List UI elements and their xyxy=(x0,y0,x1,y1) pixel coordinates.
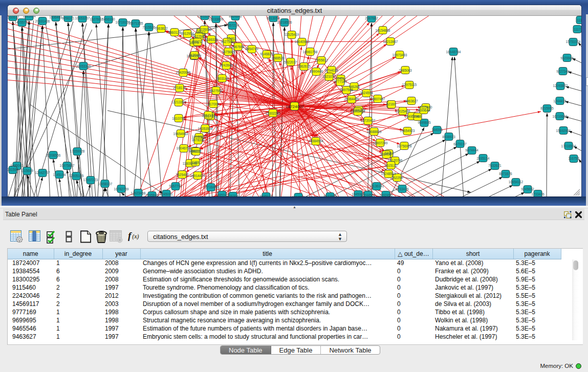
svg-text:1115689: 1115689 xyxy=(21,169,34,172)
svg-text:19218506: 19218506 xyxy=(277,20,292,24)
svg-text:1588520: 1588520 xyxy=(271,56,285,60)
svg-text:817006: 817006 xyxy=(208,102,219,106)
svg-text:6479197: 6479197 xyxy=(453,142,467,146)
svg-text:(x): (x) xyxy=(132,233,139,240)
svg-text:8990448: 8990448 xyxy=(310,70,323,73)
svg-text:3684067: 3684067 xyxy=(380,152,393,156)
svg-text:12213967: 12213967 xyxy=(383,40,398,43)
svg-text:62160: 62160 xyxy=(386,102,396,106)
svg-text:9146821: 9146821 xyxy=(260,52,273,56)
svg-text:16648784: 16648784 xyxy=(446,50,461,54)
svg-text:110046: 110046 xyxy=(189,53,200,57)
svg-text:8912954: 8912954 xyxy=(181,32,194,35)
svg-text:20364456: 20364456 xyxy=(344,97,359,101)
svg-text:776204: 776204 xyxy=(227,194,238,196)
svg-text:252254: 252254 xyxy=(391,176,403,180)
svg-text:9627506: 9627506 xyxy=(192,35,206,38)
svg-text:8664842: 8664842 xyxy=(229,16,242,18)
svg-text:12505155: 12505155 xyxy=(69,174,84,178)
svg-text:19384554: 19384554 xyxy=(309,139,323,143)
svg-text:2803144: 2803144 xyxy=(215,77,229,80)
svg-text:10756928: 10756928 xyxy=(397,144,412,148)
svg-text:8454749: 8454749 xyxy=(245,47,258,51)
svg-text:9627508: 9627508 xyxy=(221,40,234,43)
svg-text:1610755: 1610755 xyxy=(172,117,185,120)
svg-text:15248513: 15248513 xyxy=(381,172,396,176)
svg-text:9227349: 9227349 xyxy=(556,70,570,73)
svg-text:15692901: 15692901 xyxy=(556,129,571,133)
svg-text:331594: 331594 xyxy=(8,168,18,171)
svg-text:8427552: 8427552 xyxy=(209,89,223,93)
svg-text:6794028: 6794028 xyxy=(325,69,338,72)
svg-text:1164204: 1164204 xyxy=(292,195,305,196)
svg-text:9657791: 9657791 xyxy=(169,184,182,188)
svg-text:7625402: 7625402 xyxy=(176,173,189,177)
svg-text:16033809: 16033809 xyxy=(209,17,224,21)
svg-text:23226058: 23226058 xyxy=(197,28,212,31)
svg-text:18724007: 18724007 xyxy=(286,104,304,109)
svg-text:9474444: 9474444 xyxy=(465,148,478,152)
svg-text:8215955: 8215955 xyxy=(540,106,554,110)
svg-text:1117: 1117 xyxy=(574,28,581,31)
svg-text:20053346: 20053346 xyxy=(76,64,91,68)
svg-text:10973493: 10973493 xyxy=(393,53,407,57)
svg-text:16120746: 16120746 xyxy=(388,159,403,162)
svg-text:11525419: 11525419 xyxy=(285,33,299,36)
svg-text:20206556: 20206556 xyxy=(46,154,61,157)
svg-text:10958107: 10958107 xyxy=(98,182,113,186)
svg-text:15353594: 15353594 xyxy=(198,127,213,130)
svg-text:7632621: 7632621 xyxy=(488,164,502,167)
svg-text:1733426: 1733426 xyxy=(531,192,545,196)
svg-text:1536461: 1536461 xyxy=(49,16,62,19)
svg-text:19654923: 19654923 xyxy=(400,129,415,133)
svg-text:5322037: 5322037 xyxy=(284,60,297,64)
svg-text:9242848: 9242848 xyxy=(220,63,233,67)
svg-text:98222: 98222 xyxy=(191,149,201,153)
svg-text:14055712: 14055712 xyxy=(15,20,30,24)
svg-text:10688609: 10688609 xyxy=(367,130,382,134)
svg-text:1435061: 1435061 xyxy=(10,164,24,167)
svg-text:1615132: 1615132 xyxy=(384,164,398,167)
svg-text:18807249: 18807249 xyxy=(373,141,388,145)
svg-text:9777169: 9777169 xyxy=(334,80,347,83)
svg-text:164095: 164095 xyxy=(431,128,443,132)
svg-text:1362615: 1362615 xyxy=(297,64,311,68)
svg-text:10654112: 10654112 xyxy=(509,180,524,184)
svg-text:16210643: 16210643 xyxy=(553,115,568,118)
svg-text:8122905: 8122905 xyxy=(323,194,337,196)
svg-text:6497568: 6497568 xyxy=(340,88,353,92)
svg-text:9699644: 9699644 xyxy=(417,108,430,112)
svg-text:1244415: 1244415 xyxy=(553,99,567,103)
svg-text:833212: 833212 xyxy=(192,40,203,43)
svg-text:15720407: 15720407 xyxy=(361,119,376,122)
svg-text:9329966: 9329966 xyxy=(560,56,574,60)
svg-text:12975115: 12975115 xyxy=(402,83,417,86)
svg-text:7955812: 7955812 xyxy=(315,58,328,62)
svg-text:8813054: 8813054 xyxy=(267,16,280,20)
svg-text:3267130: 3267130 xyxy=(202,114,215,117)
svg-text:12942757: 12942757 xyxy=(35,171,50,174)
svg-text:16782759: 16782759 xyxy=(114,187,129,191)
svg-text:1145194: 1145194 xyxy=(53,173,66,177)
svg-text:9058371: 9058371 xyxy=(61,16,75,20)
svg-text:8938923: 8938923 xyxy=(442,135,455,139)
svg-text:1621072: 1621072 xyxy=(322,75,336,78)
svg-text:12923468: 12923468 xyxy=(131,191,146,195)
svg-text:10653267: 10653267 xyxy=(75,16,90,20)
svg-text:116753: 116753 xyxy=(568,157,579,160)
svg-text:9860128: 9860128 xyxy=(168,31,181,34)
svg-text:15322: 15322 xyxy=(196,31,205,34)
svg-text:23420046: 23420046 xyxy=(176,71,191,74)
svg-text:2935114: 2935114 xyxy=(477,157,490,160)
svg-text:3878332: 3878332 xyxy=(191,138,205,142)
svg-text:19903412: 19903412 xyxy=(351,110,365,113)
svg-text:7485063: 7485063 xyxy=(399,69,412,72)
svg-text:9245652: 9245652 xyxy=(521,187,534,191)
svg-text:3624554: 3624554 xyxy=(360,91,373,95)
svg-text:2718176: 2718176 xyxy=(173,86,186,90)
svg-text:1527602: 1527602 xyxy=(90,17,103,21)
svg-text:1112: 1112 xyxy=(577,18,581,22)
svg-text:15136141: 15136141 xyxy=(369,184,384,188)
svg-text:10154838: 10154838 xyxy=(376,29,390,32)
svg-text:1092450: 1092450 xyxy=(379,193,393,196)
